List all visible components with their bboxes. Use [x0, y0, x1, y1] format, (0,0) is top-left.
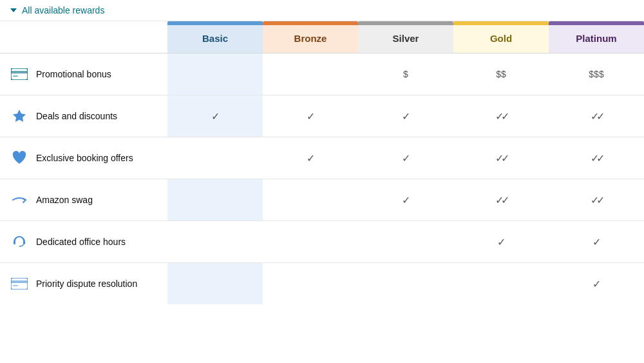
bronze-label: Bronze [263, 25, 358, 53]
cell-deals-discounts-basic: ✓ [167, 95, 263, 137]
check-single: ✓ [592, 237, 601, 248]
row-label-wrapper: Promotional bonus [10, 65, 161, 83]
cell-priority-dispute-bronze [263, 263, 358, 305]
dollar-value: $$ [496, 69, 506, 79]
check-double: ✓✓ [495, 111, 507, 122]
cell-priority-dispute-basic [167, 263, 263, 305]
cell-amazon-swag-bronze [263, 179, 358, 221]
cell-deals-discounts-silver: ✓ [358, 95, 453, 137]
cell-amazon-swag-basic [167, 179, 263, 221]
check-single: ✓ [402, 195, 410, 206]
tier-header-basic: Basic [167, 21, 263, 54]
label-cell-amazon-swag: Amazon swag [0, 179, 167, 221]
cell-deals-discounts-bronze: ✓ [263, 95, 358, 137]
svg-marker-3 [13, 110, 26, 122]
svg-rect-4 [14, 242, 15, 244]
tier-header-gold: Gold [453, 21, 549, 54]
tier-header-platinum: Platinum [549, 21, 644, 54]
check-single: ✓ [307, 153, 315, 164]
label-cell-exclusive-booking: Exclusive booking offers [0, 137, 167, 179]
check-single: ✓ [402, 111, 410, 122]
check-double: ✓✓ [495, 195, 507, 206]
check-single: ✓ [307, 111, 315, 122]
svg-rect-6 [11, 278, 28, 289]
row-label-text: Exclusive booking offers [36, 153, 133, 163]
svg-rect-2 [13, 75, 18, 77]
check-double: ✓✓ [591, 111, 602, 122]
row-label-text: Deals and discounts [36, 111, 117, 121]
page-container: All available rewards Basic [0, 0, 644, 363]
table-row: Dedicated office hours ✓✓ [0, 221, 644, 263]
nav-link-text: All available rewards [22, 5, 104, 15]
rewards-table: Basic Bronze Silver Gold [0, 21, 644, 304]
tier-header-bronze: Bronze [263, 21, 358, 54]
cell-promotional-bonus-bronze [263, 54, 358, 95]
heart-icon [10, 149, 28, 167]
cell-exclusive-booking-platinum: ✓✓ [549, 137, 644, 179]
check-double: ✓✓ [495, 153, 507, 164]
label-cell-priority-dispute: Priority dispute resolution [0, 263, 167, 305]
rewards-table-container: Basic Bronze Silver Gold [0, 21, 644, 304]
label-cell-promotional-bonus: Promotional bonus [0, 54, 167, 95]
cell-promotional-bonus-basic [167, 54, 263, 95]
cell-exclusive-booking-silver: ✓ [358, 137, 453, 179]
check-single: ✓ [497, 237, 506, 248]
cell-priority-dispute-silver [358, 263, 453, 305]
chevron-down-icon [10, 8, 17, 12]
table-row: Deals and discounts ✓✓✓✓✓✓✓ [0, 95, 644, 137]
check-single: ✓ [402, 153, 410, 164]
all-rewards-link[interactable]: All available rewards [10, 5, 104, 15]
silver-label: Silver [358, 25, 453, 53]
headset-icon [10, 233, 28, 251]
basic-label: Basic [167, 25, 263, 53]
gold-label: Gold [453, 25, 549, 53]
dollar-value: $$$ [589, 69, 603, 79]
amazon-icon [10, 191, 28, 209]
svg-rect-1 [11, 71, 28, 74]
table-row: Exclusive booking offers ✓✓✓✓✓✓ [0, 137, 644, 179]
check-double: ✓✓ [591, 153, 602, 164]
cell-office-hours-basic [167, 221, 263, 263]
cell-exclusive-booking-gold: ✓✓ [453, 137, 549, 179]
cell-exclusive-booking-bronze: ✓ [263, 137, 358, 179]
row-label-text: Amazon swag [36, 195, 93, 205]
platinum-label: Platinum [549, 25, 644, 53]
check-single: ✓ [592, 279, 601, 289]
row-label-wrapper: Priority dispute resolution [10, 275, 161, 293]
cell-office-hours-gold: ✓ [453, 221, 549, 263]
row-label-wrapper: Exclusive booking offers [10, 149, 161, 167]
row-label-text: Dedicated office hours [36, 237, 126, 247]
cell-promotional-bonus-silver: $ [358, 54, 453, 95]
cell-priority-dispute-platinum: ✓ [549, 263, 644, 305]
cell-exclusive-booking-basic [167, 137, 263, 179]
label-cell-office-hours: Dedicated office hours [0, 221, 167, 263]
table-row: Priority dispute resolution ✓ [0, 263, 644, 305]
table-row: Amazon swag ✓✓✓✓✓ [0, 179, 644, 221]
svg-rect-8 [13, 285, 18, 286]
star-icon [10, 107, 28, 125]
cell-priority-dispute-gold [453, 263, 549, 305]
tier-header-silver: Silver [358, 21, 453, 54]
label-cell-deals-discounts: Deals and discounts [0, 95, 167, 137]
cell-promotional-bonus-platinum: $$$ [549, 54, 644, 95]
check-single: ✓ [211, 111, 220, 122]
cell-office-hours-silver [358, 221, 453, 263]
svg-rect-7 [11, 280, 28, 283]
cell-promotional-bonus-gold: $$ [453, 54, 549, 95]
svg-rect-0 [11, 68, 28, 80]
row-label-wrapper: Amazon swag [10, 191, 161, 209]
cell-office-hours-platinum: ✓ [549, 221, 644, 263]
row-label-wrapper: Dedicated office hours [10, 233, 161, 251]
cell-deals-discounts-gold: ✓✓ [453, 95, 549, 137]
cell-amazon-swag-gold: ✓✓ [453, 179, 549, 221]
dollar-value: $ [403, 69, 408, 79]
row-label-wrapper: Deals and discounts [10, 107, 161, 125]
card-icon [10, 65, 28, 83]
cell-amazon-swag-platinum: ✓✓ [549, 179, 644, 221]
cell-office-hours-bronze [263, 221, 358, 263]
cell-amazon-swag-silver: ✓ [358, 179, 453, 221]
check-double: ✓✓ [591, 195, 602, 206]
cell-deals-discounts-platinum: ✓✓ [549, 95, 644, 137]
row-label-text: Priority dispute resolution [36, 279, 137, 289]
card2-icon [10, 275, 28, 293]
